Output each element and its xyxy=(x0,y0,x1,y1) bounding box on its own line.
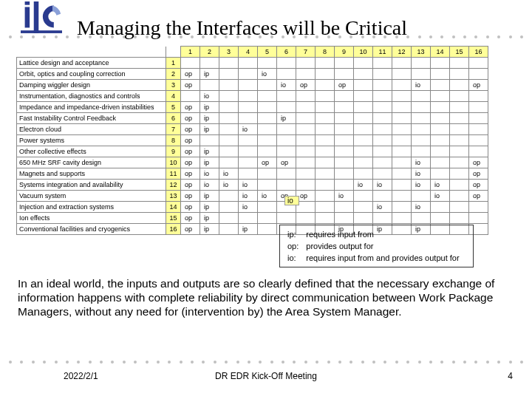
footer-page-number: 4 xyxy=(508,371,513,381)
matrix-cell: io xyxy=(277,80,296,91)
table-row: Electron cloud7opipio xyxy=(17,124,488,135)
matrix-cell xyxy=(258,80,277,91)
matrix-cell: ip xyxy=(200,146,219,157)
matrix-cell: ip xyxy=(200,69,219,80)
matrix-cell xyxy=(181,58,200,69)
row-number: 14 xyxy=(166,202,181,213)
matrix-cell xyxy=(277,124,296,135)
matrix-cell xyxy=(335,102,354,113)
table-row: Damping wiggler design3opioopopioop xyxy=(17,80,488,91)
matrix-cell: op xyxy=(181,80,200,91)
matrix-cell: io xyxy=(239,180,258,191)
matrix-cell xyxy=(431,58,450,69)
matrix-cell: io xyxy=(200,168,219,180)
matrix-cell xyxy=(450,146,469,157)
matrix-cell xyxy=(392,157,412,168)
matrix-cell xyxy=(354,124,373,135)
matrix-cell xyxy=(392,191,412,202)
row-number: 1 xyxy=(166,58,181,69)
table-row: Impedance and impedance-driven instabili… xyxy=(17,102,488,113)
matrix-cell xyxy=(258,168,277,180)
matrix-cell xyxy=(450,191,469,202)
legend-value: provides output for xyxy=(306,241,465,251)
row-label: Instrumentation, diagnostics and control… xyxy=(17,91,166,102)
table-row: Systems integration and availability12op… xyxy=(17,180,488,191)
matrix-cell xyxy=(239,157,258,168)
col-header: 14 xyxy=(431,47,450,58)
matrix-cell xyxy=(335,168,354,180)
matrix-cell xyxy=(219,224,239,235)
matrix-cell xyxy=(277,213,296,224)
table-row: Ion effects15opip xyxy=(17,213,488,224)
matrix-cell xyxy=(431,91,450,102)
matrix-cell xyxy=(239,213,258,224)
matrix-cell xyxy=(431,113,450,124)
matrix-cell xyxy=(450,69,469,80)
table-row: Magnets and supports11opioioioop xyxy=(17,168,488,180)
row-label: Systems integration and availability xyxy=(17,180,166,191)
table-row: Fast Instability Control Feedback6opipip xyxy=(17,113,488,124)
matrix-cell xyxy=(354,58,373,69)
dots-bottom xyxy=(0,361,532,364)
matrix-cell: io xyxy=(200,180,219,191)
matrix-cell: io xyxy=(412,157,431,168)
matrix-cell xyxy=(373,157,392,168)
matrix-cell xyxy=(412,102,431,113)
row-label: Fast Instability Control Feedback xyxy=(17,113,166,124)
matrix-cell xyxy=(219,191,239,202)
matrix-cell xyxy=(219,213,239,224)
matrix-cell xyxy=(296,69,316,80)
matrix-cell: io xyxy=(219,168,239,180)
matrix-cell xyxy=(239,69,258,80)
matrix-cell xyxy=(412,58,431,69)
matrix-cell xyxy=(335,146,354,157)
row-number: 8 xyxy=(166,135,181,146)
matrix-cell xyxy=(392,69,412,80)
matrix-cell: ip xyxy=(200,213,219,224)
matrix-cell: op xyxy=(335,80,354,91)
matrix-cell xyxy=(277,102,296,113)
matrix-cell xyxy=(277,168,296,180)
matrix-cell xyxy=(277,69,296,80)
matrix-cell xyxy=(431,69,450,80)
matrix-cell xyxy=(412,191,431,202)
col-header: 16 xyxy=(469,47,488,58)
row-number: 4 xyxy=(166,91,181,102)
col-header: 9 xyxy=(335,47,354,58)
matrix-cell xyxy=(335,157,354,168)
row-label: Injection and extraction systems xyxy=(17,202,166,213)
matrix-cell: op xyxy=(181,69,200,80)
matrix-cell xyxy=(412,69,431,80)
matrix-cell xyxy=(335,113,354,124)
matrix-cell xyxy=(258,202,277,213)
matrix-cell xyxy=(316,69,335,80)
matrix-cell xyxy=(219,91,239,102)
matrix-cell xyxy=(431,202,450,213)
matrix-cell: op xyxy=(469,80,488,91)
table-row: 650 MHz SRF cavity design10opipopopioop xyxy=(17,157,488,168)
matrix-cell xyxy=(450,213,469,224)
matrix-cell xyxy=(392,213,412,224)
row-label: Vacuum system xyxy=(17,191,166,202)
blank-corner xyxy=(17,47,166,58)
matrix-cell: op xyxy=(181,146,200,157)
matrix-cell xyxy=(431,80,450,91)
matrix-cell: op xyxy=(181,202,200,213)
matrix-cell xyxy=(373,58,392,69)
matrix-cell: op xyxy=(181,191,200,202)
matrix-cell xyxy=(316,124,335,135)
matrix-cell xyxy=(469,102,488,113)
matrix-cell: op xyxy=(181,135,200,146)
matrix-cell xyxy=(258,91,277,102)
matrix-cell xyxy=(450,113,469,124)
matrix-cell xyxy=(450,124,469,135)
matrix-cell: io xyxy=(412,80,431,91)
matrix-cell: io xyxy=(412,180,431,191)
matrix-cell: ip xyxy=(200,224,219,235)
matrix-cell xyxy=(316,157,335,168)
matrix-cell: op xyxy=(181,102,200,113)
legend-key: op: xyxy=(287,241,304,251)
matrix-cell xyxy=(277,91,296,102)
matrix-cell xyxy=(469,69,488,80)
blank-corner xyxy=(166,47,181,58)
